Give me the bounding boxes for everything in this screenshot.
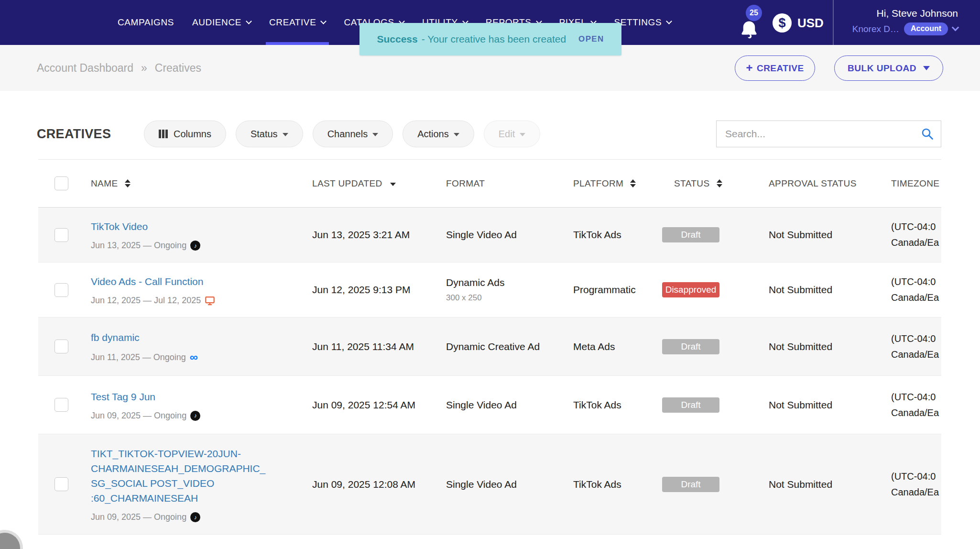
select-all-checkbox[interactable] [54,176,68,190]
status-badge: Draft [662,339,719,354]
nav-item-creative[interactable]: CREATIVE [269,0,326,45]
creative-name-link[interactable]: Test Tag 9 Jun [91,389,270,404]
approval-status: Not Submitted [769,341,882,352]
approval-status: Not Submitted [769,399,882,411]
nav-item-campaigns[interactable]: CAMPAIGNS [118,0,174,45]
breadcrumb: Account Dashboard » Creatives [37,45,201,91]
platform: Programmatic [573,284,662,296]
format: Single Video Ad [446,479,573,490]
sort-icon [125,179,131,187]
creative-schedule: Jun 09, 2025 — Ongoing ♪ [91,512,270,522]
notification-count-badge: 25 [746,5,762,21]
tiktok-icon: ♪ [190,512,200,522]
search-icon[interactable] [921,128,934,140]
status-badge: Disapproved [662,282,719,297]
creative-schedule: Jun 13, 2025 — Ongoing ♪ [91,241,270,251]
user-greeting: Hi, Steve Johnson [852,8,958,19]
row-checkbox[interactable] [54,340,68,353]
create-creative-button[interactable]: + CREATIVE [735,55,815,81]
timezone: (UTC-04:0Canada/Ea [891,389,941,421]
approval-status: Not Submitted [769,479,882,490]
creatives-table: NAME LAST UPDATED FORMAT PLATFORM STATUS… [38,159,941,549]
columns-button[interactable]: Columns [144,121,226,147]
status-filter-button[interactable]: Status [236,121,303,147]
table-row: TikTok Video Jun 13, 2025 — Ongoing ♪ Ju… [38,208,941,263]
account-badge[interactable]: Account [904,22,948,35]
navbar-divider [833,0,834,45]
platform: TikTok Ads [573,229,662,241]
creative-name-link[interactable]: Video Ads - Call Function [91,274,270,289]
currency-selector[interactable]: $ USD [773,13,824,33]
last-updated: Jun 13, 2025 3:21 AM [312,228,416,242]
chevron-down-icon[interactable] [952,24,959,32]
last-updated: Jun 11, 2025 11:34 AM [312,340,416,354]
caret-down-icon [372,133,378,136]
format: Dynamic Creative Ad [446,341,573,352]
format: Single Video Ad [446,399,573,411]
table-header-row: NAME LAST UPDATED FORMAT PLATFORM STATUS… [38,160,941,208]
breadcrumb-separator: » [141,62,147,75]
column-header-name[interactable]: NAME [76,178,312,189]
nav-item-settings[interactable]: SETTINGS [614,0,671,45]
column-header-status[interactable]: STATUS [662,178,760,189]
tiktok-icon: ♪ [190,241,200,251]
timezone: (UTC-04:0Canada/Ea [891,469,941,500]
chevron-down-icon [246,18,252,24]
column-header-approval-status: APPROVAL STATUS [760,178,882,189]
row-checkbox[interactable] [54,477,68,491]
nav-item-audience[interactable]: AUDIENCE [192,0,251,45]
caret-down-icon [454,133,459,136]
last-updated: Jun 12, 2025 9:13 PM [312,283,416,297]
approval-status: Not Submitted [769,284,882,296]
creative-schedule: Jun 12, 2025 — Jul 12, 2025 [91,296,270,306]
format: Dynamic Ads [446,277,573,288]
row-checkbox[interactable] [54,398,68,412]
creative-name-link[interactable]: TikTok Video test [91,545,270,549]
format-dimensions: 300 x 250 [446,293,573,303]
sort-desc-icon [390,183,396,186]
creative-schedule: Jun 11, 2025 — Ongoing ∞ [91,351,270,363]
column-header-last-updated[interactable]: LAST UPDATED [312,178,446,189]
toast-title: Success [377,33,418,45]
creative-name-link[interactable]: TikTok Video [91,219,270,234]
organization-name[interactable]: Knorex D… [852,24,899,34]
caret-down-icon [520,133,525,136]
horizontal-scrollbar-knob[interactable] [0,533,20,549]
status-badge: Draft [662,477,719,492]
toast-open-link[interactable]: OPEN [578,34,604,44]
platform: TikTok Ads [573,399,662,411]
sort-icon [717,179,722,187]
table-row: TIKT_TIKTOK-TOPVIEW-20JUN-CHARMAINESEAH_… [38,434,941,535]
platform: TikTok Ads [573,479,662,490]
last-updated: Jun 09, 2025 12:08 AM [312,477,416,492]
notifications-button[interactable]: 25 [739,14,768,41]
column-header-platform[interactable]: PLATFORM [573,178,662,189]
creatives-toolbar: CREATIVES Columns Status Channels Action… [37,121,941,147]
row-checkbox[interactable] [54,228,68,242]
table-row: fb dynamic Jun 11, 2025 — Ongoing ∞ Jun … [38,318,941,376]
channels-filter-button[interactable]: Channels [313,121,393,147]
bulk-upload-button[interactable]: BULK UPLOAD [834,55,943,81]
plus-icon: + [746,61,753,75]
currency-code: USD [797,16,824,31]
search-input[interactable] [716,121,941,147]
creative-name-link[interactable]: TIKT_TIKTOK-TOPVIEW-20JUN-CHARMAINESEAH_… [91,446,270,505]
row-checkbox[interactable] [54,283,68,297]
status-badge: Draft [662,227,719,242]
meta-icon: ∞ [190,351,198,363]
platform: Meta Ads [573,341,662,352]
tiktok-icon: ♪ [190,411,200,421]
creative-name-link[interactable]: fb dynamic [91,330,270,345]
timezone: (UTC-04:0Canada/Ea [891,274,941,306]
success-toast: Success - Your creative has been created… [359,23,621,55]
format: Single Video Ad [446,229,573,241]
caret-down-icon [923,66,930,70]
dollar-icon: $ [773,13,792,33]
page-title: CREATIVES [37,127,144,142]
column-header-format: FORMAT [446,178,573,189]
status-badge: Draft [662,397,719,413]
creative-schedule: Jun 09, 2025 — Ongoing ♪ [91,411,270,421]
table-row: TikTok Video test [38,535,941,549]
breadcrumb-account-dashboard[interactable]: Account Dashboard [37,62,133,75]
actions-button[interactable]: Actions [403,121,474,147]
